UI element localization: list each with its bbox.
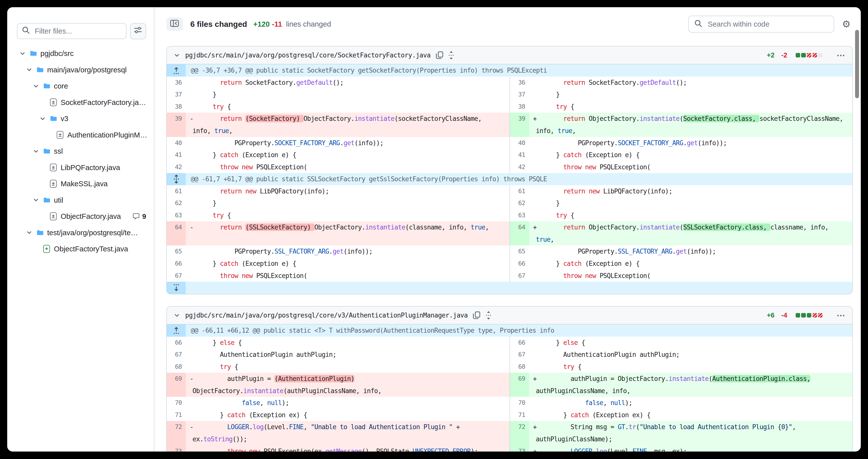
tree-file-libpqfactory-java[interactable]: ±LibPQFactory.java <box>7 159 154 176</box>
search-within-code-field[interactable] <box>688 16 834 33</box>
expand-all-icon[interactable] <box>486 311 491 320</box>
line-number[interactable]: 68 <box>167 361 186 373</box>
line-number[interactable]: 40 <box>167 137 186 149</box>
line-number[interactable]: 63 <box>167 209 186 221</box>
line-number[interactable]: 36 <box>167 76 186 89</box>
code-line[interactable]: PGProperty.SSL_FACTORY_ARG.get(info)); <box>529 245 852 257</box>
code-line[interactable]: AuthenticationPlugin authPlugin; <box>186 348 509 361</box>
line-number[interactable]: 61 <box>167 185 186 197</box>
line-number[interactable]: 72 <box>510 421 529 445</box>
line-number[interactable]: 38 <box>510 101 529 113</box>
line-number[interactable]: 37 <box>510 89 529 101</box>
line-number[interactable]: 69 <box>510 373 529 397</box>
tree-folder-test-java-org-postgresql-te[interactable]: test/java/org/postgresql/te… <box>7 224 154 241</box>
line-number[interactable]: 37 <box>167 89 186 101</box>
line-number[interactable]: 68 <box>510 361 529 373</box>
line-number[interactable]: 62 <box>167 197 186 209</box>
code-line[interactable]: try { <box>529 209 852 221</box>
line-number[interactable]: 39 <box>510 113 529 137</box>
expand-hunk-button[interactable] <box>167 173 186 185</box>
line-number[interactable]: 41 <box>510 149 529 161</box>
code-line[interactable]: } <box>186 89 509 101</box>
code-line[interactable]: false, null); <box>186 397 509 409</box>
filter-files-field[interactable] <box>17 23 126 39</box>
line-number[interactable]: 66 <box>510 337 529 349</box>
line-number[interactable]: 67 <box>167 348 186 361</box>
expand-hunk-button[interactable] <box>167 325 186 337</box>
code-line[interactable]: } catch (Exception e) { <box>529 149 852 161</box>
line-number[interactable]: 66 <box>510 257 529 270</box>
code-line[interactable]: - return (SSLSocketFactory) ObjectFactor… <box>186 221 509 245</box>
line-number[interactable]: 69 <box>167 373 186 397</box>
tree-folder-v3[interactable]: v3 <box>7 111 154 127</box>
code-line[interactable]: PGProperty.SOCKET_FACTORY_ARG.get(info))… <box>529 137 852 149</box>
tree-file-objectfactory-java[interactable]: ±ObjectFactory.java9 <box>7 208 154 224</box>
gear-icon[interactable]: ⚙ <box>842 20 850 29</box>
line-number[interactable]: 72 <box>167 421 186 445</box>
line-number[interactable]: 36 <box>510 76 529 89</box>
line-number[interactable]: 61 <box>510 185 529 197</box>
code-line[interactable]: + authPlugin = ObjectFactory.instantiate… <box>529 373 852 397</box>
code-line[interactable]: false, null); <box>529 397 852 409</box>
code-line[interactable]: AuthenticationPlugin authPlugin; <box>529 348 852 361</box>
code-line[interactable]: - return (SocketFactory) ObjectFactory.i… <box>186 113 509 137</box>
line-number[interactable]: 63 <box>510 209 529 221</box>
code-line[interactable]: try { <box>186 101 509 113</box>
code-line[interactable]: } else { <box>186 337 509 349</box>
line-number[interactable]: 40 <box>510 137 529 149</box>
line-number[interactable]: 70 <box>167 397 186 409</box>
copy-path-icon[interactable] <box>436 51 444 59</box>
tree-folder-core[interactable]: core <box>7 78 154 94</box>
code-line[interactable]: return SocketFactory.getDefault(); <box>186 76 509 89</box>
line-number[interactable]: 41 <box>167 149 186 161</box>
code-line[interactable]: - LOGGER.log(Level.FINE, "Unable to load… <box>186 421 509 445</box>
code-line[interactable]: try { <box>529 361 852 373</box>
code-line[interactable]: } catch (Exception e) { <box>186 149 509 161</box>
expand-down-button[interactable] <box>167 282 186 294</box>
line-number[interactable]: 71 <box>510 409 529 421</box>
expand-hunk-button[interactable] <box>167 64 186 76</box>
code-line[interactable]: try { <box>186 361 509 373</box>
code-line[interactable]: - authPlugin = (AuthenticationPlugin) Ob… <box>186 373 509 397</box>
code-line[interactable]: } catch (Exception ex) { <box>186 409 509 421</box>
code-line[interactable]: } <box>529 197 852 209</box>
code-line[interactable]: } <box>186 197 509 209</box>
tree-file-objectfactorytest-java[interactable]: +ObjectFactoryTest.java <box>7 241 154 257</box>
line-number[interactable]: 65 <box>510 245 529 257</box>
code-line[interactable]: PGProperty.SOCKET_FACTORY_ARG.get(info))… <box>186 137 509 149</box>
line-number[interactable]: 39 <box>167 113 186 137</box>
expand-all-icon[interactable] <box>448 51 454 60</box>
code-line[interactable]: } catch (Exception e) { <box>186 257 509 270</box>
line-number[interactable]: 73 <box>510 445 529 452</box>
code-line[interactable]: throw new PSQLException( <box>186 161 509 173</box>
line-number[interactable]: 73 <box>167 445 186 452</box>
code-line[interactable]: + return ObjectFactory.instantiate(Socke… <box>529 113 852 137</box>
line-number[interactable]: 66 <box>167 257 186 270</box>
code-line[interactable]: + String msg = GT.tr("Unable to load Aut… <box>529 421 852 445</box>
line-number[interactable]: 66 <box>167 337 186 349</box>
line-number[interactable]: 67 <box>510 270 529 282</box>
tree-folder-main-java-org-postgresql[interactable]: main/java/org/postgresql <box>7 62 154 78</box>
code-line[interactable]: return SocketFactory.getDefault(); <box>529 76 852 89</box>
code-line[interactable]: - throw new PSQLException(ex.getMessage(… <box>186 445 509 452</box>
line-number[interactable]: 65 <box>167 245 186 257</box>
line-number[interactable]: 64 <box>167 221 186 245</box>
line-number[interactable]: 71 <box>167 409 186 421</box>
code-line[interactable]: } <box>529 89 852 101</box>
code-line[interactable]: + LOGGER.log(Level.FINE, msg, ex); <box>529 445 852 452</box>
copy-path-icon[interactable] <box>473 311 481 319</box>
kebab-menu-icon[interactable]: ⋯ <box>837 311 846 320</box>
tree-folder-pgjdbc-src[interactable]: pgjdbc/src <box>7 45 154 62</box>
line-number[interactable]: 62 <box>510 197 529 209</box>
tree-folder-util[interactable]: util <box>7 192 154 208</box>
tree-folder-ssl[interactable]: ssl <box>7 143 154 159</box>
vertical-scrollbar[interactable] <box>855 30 859 98</box>
line-number[interactable]: 67 <box>167 270 186 282</box>
line-number[interactable]: 64 <box>510 221 529 245</box>
line-number[interactable]: 42 <box>510 161 529 173</box>
code-line[interactable]: try { <box>529 101 852 113</box>
code-line[interactable]: } catch (Exception e) { <box>529 257 852 270</box>
line-number[interactable]: 67 <box>510 348 529 361</box>
code-line[interactable]: try { <box>186 209 509 221</box>
filter-options-button[interactable] <box>130 23 146 39</box>
